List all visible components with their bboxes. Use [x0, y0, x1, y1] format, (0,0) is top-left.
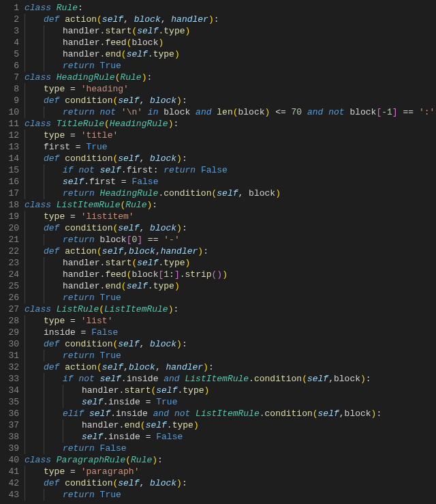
token-punct: . [103, 432, 108, 442]
token-attr: handler [82, 420, 119, 430]
code-line[interactable]: class TitleRule(HeadingRule): [25, 118, 433, 130]
token-brk: ] [174, 269, 180, 280]
token-const: False [156, 432, 183, 442]
token-punct: , [161, 14, 172, 25]
code-editor[interactable]: 1234567891011121314151617181920212223242… [0, 0, 436, 501]
code-line[interactable]: return False [25, 443, 433, 454]
code-content: handler.start(self.type) [25, 385, 209, 396]
token-punct: . [180, 269, 185, 280]
code-line[interactable]: return block[0] == '-' [25, 234, 433, 246]
code-line[interactable]: handler.start(self.type) [25, 385, 433, 396]
code-line[interactable]: self.inside = False [25, 431, 433, 443]
token-attr: block [345, 409, 371, 419]
token-paren: ) [176, 339, 182, 349]
token-fn: action [65, 362, 97, 372]
code-line[interactable]: class HeadingRule(Rule): [25, 72, 433, 83]
line-number: 9 [3, 95, 19, 106]
token-paren: ( [302, 374, 307, 384]
code-line[interactable]: def condition(self, block): [25, 477, 433, 489]
code-line[interactable]: class ListItemRule(Rule): [25, 199, 433, 211]
code-line[interactable]: class Rule: [25, 2, 433, 14]
token-attr: inside [127, 374, 159, 384]
token-fn: type [44, 466, 65, 477]
code-line[interactable]: inside = False [25, 327, 433, 338]
token-attr: inside [44, 327, 76, 338]
code-line[interactable]: if not self.first: return False [25, 164, 433, 176]
token-attr: block [249, 188, 275, 198]
token-punct: : [182, 223, 187, 233]
token-attr: block [334, 374, 360, 384]
code-line[interactable]: class ListRule(ListItemRule): [25, 303, 433, 315]
code-line[interactable]: handler.end(self.type) [25, 48, 433, 60]
token-punct: : [182, 153, 187, 164]
token-attr: handler [63, 38, 100, 48]
code-line[interactable]: handler.feed(block[1:].strip()) [25, 269, 433, 280]
token-self: self [118, 95, 139, 106]
token-self: self [100, 374, 121, 384]
token-attr: block [131, 269, 158, 280]
code-line[interactable]: return True [25, 60, 433, 72]
code-line[interactable]: self.first = False [25, 176, 433, 188]
code-content: handler.end(self.type) [25, 420, 199, 430]
token-punct: . [84, 177, 89, 187]
token-cls: ListItemRule [104, 304, 168, 314]
code-line[interactable]: def action(self, block, handler): [25, 14, 433, 25]
token-punct: , [123, 14, 134, 25]
code-line[interactable]: def condition(self, block): [25, 95, 433, 106]
code-line[interactable]: return True [25, 350, 433, 361]
code-line[interactable]: elif self.inside and not ListItemRule.co… [25, 408, 433, 419]
token-paren: ) [193, 420, 199, 430]
token-self: self [307, 374, 328, 384]
code-line[interactable]: return not '\n' in block and len(block) … [25, 106, 433, 118]
code-line[interactable]: type = 'title' [25, 130, 433, 141]
token-str: 'paragraph' [81, 466, 140, 477]
token-attr: handler [82, 385, 119, 396]
token-self: block [150, 339, 176, 349]
code-line[interactable]: def condition(self, block): [25, 153, 433, 164]
code-content: return True [25, 490, 121, 500]
code-line[interactable]: type = 'listitem' [25, 211, 433, 222]
code-line[interactable]: class ParagraphRule(Rule): [25, 454, 433, 466]
code-line[interactable]: if not self.inside and ListItemRule.cond… [25, 373, 433, 385]
token-str: 'title' [81, 130, 119, 140]
token-punct: : [157, 455, 163, 465]
code-line[interactable]: handler.end(self.type) [25, 419, 433, 431]
code-line[interactable]: handler.start(self.type) [25, 257, 433, 269]
token-self: handler [161, 246, 198, 256]
code-line[interactable]: self.inside = True [25, 396, 433, 408]
code-line[interactable]: return HeadingRule.condition(self, block… [25, 188, 433, 199]
token-punct: : [173, 119, 178, 129]
token-punct: . [121, 374, 127, 384]
code-line[interactable]: handler.start(self.type) [25, 25, 433, 37]
token-self: self [118, 339, 139, 349]
code-line[interactable]: def action(self,block,handler): [25, 246, 433, 257]
token-kw: def [44, 478, 65, 488]
token-self: self [89, 409, 110, 419]
code-content: handler.start(self.type) [25, 26, 190, 36]
code-line[interactable]: return True [25, 292, 433, 303]
token-kw: and [158, 374, 185, 384]
code-line[interactable]: return True [25, 489, 433, 501]
code-line[interactable]: def condition(self, block): [25, 338, 433, 350]
code-line[interactable]: handler.feed(block) [25, 37, 433, 48]
token-attr: first [127, 165, 153, 175]
code-line[interactable]: type = 'list' [25, 315, 433, 327]
code-line[interactable]: handler.end(self.type) [25, 280, 433, 292]
token-attr: inside [108, 432, 140, 442]
token-punct: . [260, 409, 265, 419]
code-line[interactable]: first = True [25, 141, 433, 153]
token-const: False [201, 165, 228, 175]
code-content: handler.start(self.type) [25, 258, 190, 268]
code-line[interactable]: def action(self,block, handler): [25, 361, 433, 373]
code-line[interactable]: def condition(self, block): [25, 222, 433, 234]
token-num: -1 [382, 107, 392, 117]
token-fn: type [164, 26, 185, 36]
token-self: self [118, 478, 139, 488]
code-line[interactable]: type = 'heading' [25, 83, 433, 95]
code-line[interactable]: type = 'paragraph' [25, 466, 433, 477]
token-paren: ) [185, 26, 191, 36]
code-area[interactable]: class Rule:def action(self, block, handl… [25, 2, 436, 501]
code-content: inside = False [25, 327, 118, 338]
token-fn: condition [65, 95, 112, 106]
code-content: def action(self,block, handler): [25, 362, 214, 372]
